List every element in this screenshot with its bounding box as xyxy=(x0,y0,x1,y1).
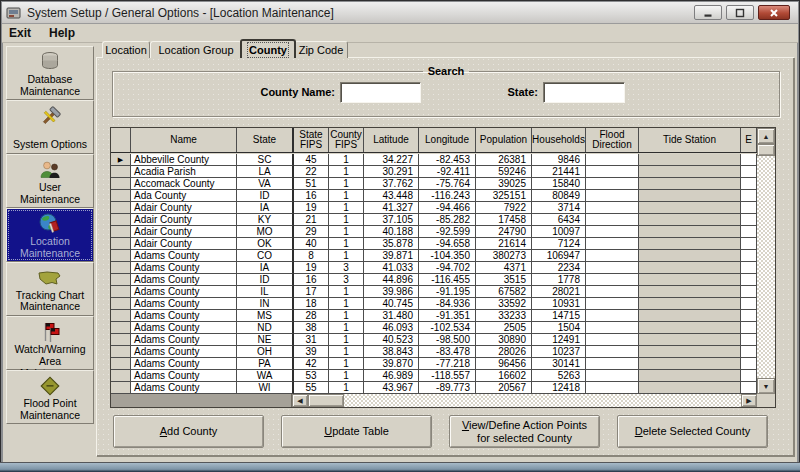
cell-longitude[interactable]: -102.534 xyxy=(419,322,476,334)
cell-e[interactable] xyxy=(741,346,757,358)
cell-longitude[interactable]: -85.282 xyxy=(419,214,476,226)
cell-name[interactable]: Adams County xyxy=(131,358,237,370)
table-row[interactable]: Adams CountyNE31140.523-98.5003089012491 xyxy=(111,334,757,346)
row-selector[interactable] xyxy=(111,358,131,370)
row-selector[interactable] xyxy=(111,334,131,346)
cell-households[interactable]: 28021 xyxy=(532,286,586,298)
cell-name[interactable]: Adams County xyxy=(131,250,237,262)
scroll-left-button[interactable]: ◀ xyxy=(292,394,308,407)
cell-e[interactable] xyxy=(741,334,757,346)
cell-county-fips[interactable]: 1 xyxy=(329,178,364,190)
cell-state-fips[interactable]: 19 xyxy=(294,202,329,214)
column-header-e[interactable]: E xyxy=(741,128,757,152)
cell-longitude[interactable]: -92.411 xyxy=(419,166,476,178)
cell-e[interactable] xyxy=(741,250,757,262)
cell-e[interactable] xyxy=(741,322,757,334)
vertical-scroll-thumb[interactable] xyxy=(757,144,775,156)
cell-population[interactable]: 7922 xyxy=(476,202,532,214)
cell-e[interactable] xyxy=(741,358,757,370)
cell-state-fips[interactable]: 21 xyxy=(294,214,329,226)
cell-flood-direction[interactable] xyxy=(586,238,639,250)
cell-population[interactable]: 67582 xyxy=(476,286,532,298)
cell-households[interactable]: 2234 xyxy=(532,262,586,274)
cell-longitude[interactable]: -94.658 xyxy=(419,238,476,250)
cell-flood-direction[interactable] xyxy=(586,274,639,286)
row-selector[interactable]: ▶ xyxy=(111,154,131,166)
table-row[interactable]: Adair CountyIA19141.327-94.46679223714 xyxy=(111,202,757,214)
cell-name[interactable]: Adams County xyxy=(131,310,237,322)
cell-tide-station[interactable] xyxy=(639,238,741,250)
cell-tide-station[interactable] xyxy=(639,190,741,202)
row-selector[interactable] xyxy=(111,262,131,274)
cell-name[interactable]: Adams County xyxy=(131,322,237,334)
cell-state[interactable]: SC xyxy=(237,154,294,166)
cell-state[interactable]: ND xyxy=(237,322,294,334)
cell-tide-station[interactable] xyxy=(639,298,741,310)
sidebar-item-user-maintenance[interactable]: User Maintenance xyxy=(6,154,94,208)
cell-flood-direction[interactable] xyxy=(586,310,639,322)
cell-e[interactable] xyxy=(741,238,757,250)
cell-tide-station[interactable] xyxy=(639,274,741,286)
cell-longitude[interactable]: -116.455 xyxy=(419,274,476,286)
maximize-button[interactable] xyxy=(726,5,754,20)
close-button[interactable] xyxy=(758,5,790,20)
cell-households[interactable]: 12491 xyxy=(532,334,586,346)
menu-item-exit[interactable]: Exit xyxy=(9,26,31,40)
tab-zip-code[interactable]: Zip Code xyxy=(294,41,348,58)
cell-population[interactable]: 16602 xyxy=(476,370,532,382)
row-selector[interactable] xyxy=(111,298,131,310)
cell-state[interactable]: ID xyxy=(237,190,294,202)
cell-population[interactable]: 30890 xyxy=(476,334,532,346)
cell-state[interactable]: WI xyxy=(237,382,294,394)
row-selector[interactable] xyxy=(111,178,131,190)
cell-tide-station[interactable] xyxy=(639,346,741,358)
delete-selected-county-button[interactable]: Delete Selected County xyxy=(617,415,768,448)
cell-state-fips[interactable]: 40 xyxy=(294,238,329,250)
cell-longitude[interactable]: -94.702 xyxy=(419,262,476,274)
cell-state-fips[interactable]: 55 xyxy=(294,382,329,394)
cell-population[interactable]: 33592 xyxy=(476,298,532,310)
cell-state[interactable]: IA xyxy=(237,202,294,214)
cell-name[interactable]: Adams County xyxy=(131,346,237,358)
cell-e[interactable] xyxy=(741,178,757,190)
cell-longitude[interactable]: -89.773 xyxy=(419,382,476,394)
cell-county-fips[interactable]: 1 xyxy=(329,358,364,370)
cell-tide-station[interactable] xyxy=(639,154,741,166)
cell-county-fips[interactable]: 1 xyxy=(329,298,364,310)
cell-name[interactable]: Adair County xyxy=(131,226,237,238)
table-row[interactable]: Adams CountyIL17139.986-91.1956758228021 xyxy=(111,286,757,298)
cell-state[interactable]: OK xyxy=(237,238,294,250)
cell-tide-station[interactable] xyxy=(639,310,741,322)
cell-state[interactable]: ID xyxy=(237,274,294,286)
cell-county-fips[interactable]: 1 xyxy=(329,382,364,394)
cell-flood-direction[interactable] xyxy=(586,370,639,382)
cell-state-fips[interactable]: 38 xyxy=(294,322,329,334)
tab-location[interactable]: Location xyxy=(102,41,150,58)
cell-tide-station[interactable] xyxy=(639,250,741,262)
row-selector[interactable] xyxy=(111,274,131,286)
column-header-name[interactable]: Name xyxy=(131,128,237,152)
cell-longitude[interactable]: -75.764 xyxy=(419,178,476,190)
cell-tide-station[interactable] xyxy=(639,166,741,178)
cell-households[interactable]: 7124 xyxy=(532,238,586,250)
column-header-state-fips[interactable]: State FIPS xyxy=(294,128,329,152)
table-row[interactable]: Adams CountyID16344.896-116.45535151778 xyxy=(111,274,757,286)
table-row[interactable]: Accomack CountyVA51137.762-75.7643902515… xyxy=(111,178,757,190)
cell-e[interactable] xyxy=(741,214,757,226)
cell-latitude[interactable]: 37.105 xyxy=(364,214,419,226)
table-row[interactable]: Adams CountyWA53146.989-118.557166025263 xyxy=(111,370,757,382)
update-table-button[interactable]: Update Table xyxy=(281,415,432,448)
cell-state-fips[interactable]: 53 xyxy=(294,370,329,382)
cell-tide-station[interactable] xyxy=(639,214,741,226)
cell-households[interactable]: 15840 xyxy=(532,178,586,190)
tab-county[interactable]: County xyxy=(240,39,296,58)
cell-name[interactable]: Adair County xyxy=(131,238,237,250)
horizontal-scroll-thumb[interactable] xyxy=(308,394,344,407)
row-selector[interactable] xyxy=(111,166,131,178)
row-selector[interactable] xyxy=(111,238,131,250)
cell-longitude[interactable]: -84.936 xyxy=(419,298,476,310)
row-selector[interactable] xyxy=(111,202,131,214)
cell-households[interactable]: 106947 xyxy=(532,250,586,262)
cell-name[interactable]: Accomack County xyxy=(131,178,237,190)
cell-population[interactable]: 17458 xyxy=(476,214,532,226)
